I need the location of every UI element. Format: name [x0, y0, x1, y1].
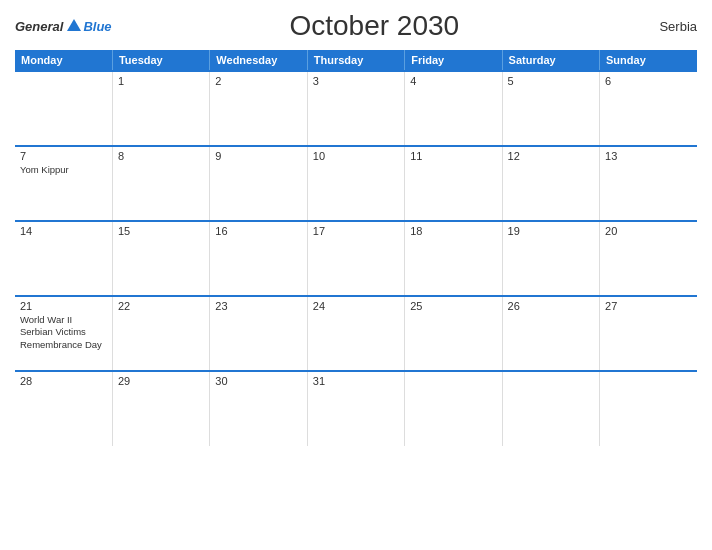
- col-monday: Monday: [15, 50, 112, 71]
- calendar-cell: 27: [600, 296, 697, 371]
- calendar-cell: 22: [112, 296, 209, 371]
- day-number: 11: [410, 150, 496, 162]
- day-number: 30: [215, 375, 301, 387]
- calendar-cell: 28: [15, 371, 112, 446]
- calendar-cell: 26: [502, 296, 599, 371]
- calendar-cell: 1: [112, 71, 209, 146]
- col-sunday: Sunday: [600, 50, 697, 71]
- day-number: 8: [118, 150, 204, 162]
- calendar-cell: 31: [307, 371, 404, 446]
- calendar-cell: 7Yom Kippur: [15, 146, 112, 221]
- page: General Blue October 2030 Serbia Monday …: [0, 0, 712, 550]
- country-label: Serbia: [637, 19, 697, 34]
- calendar-cell: 17: [307, 221, 404, 296]
- day-number: 20: [605, 225, 692, 237]
- calendar-cell: 12: [502, 146, 599, 221]
- calendar-week-row: 123456: [15, 71, 697, 146]
- calendar-cell: 5: [502, 71, 599, 146]
- day-number: 4: [410, 75, 496, 87]
- logo-blue-text: Blue: [83, 19, 111, 34]
- day-number: 5: [508, 75, 594, 87]
- calendar-cell: 18: [405, 221, 502, 296]
- col-thursday: Thursday: [307, 50, 404, 71]
- day-number: 13: [605, 150, 692, 162]
- day-number: 19: [508, 225, 594, 237]
- calendar-cell: [405, 371, 502, 446]
- col-tuesday: Tuesday: [112, 50, 209, 71]
- day-number: 28: [20, 375, 107, 387]
- day-number: 16: [215, 225, 301, 237]
- calendar-cell: 6: [600, 71, 697, 146]
- calendar-cell: 8: [112, 146, 209, 221]
- day-number: 6: [605, 75, 692, 87]
- calendar-cell: 3: [307, 71, 404, 146]
- col-wednesday: Wednesday: [210, 50, 307, 71]
- logo-triangle-icon: [67, 19, 81, 31]
- col-saturday: Saturday: [502, 50, 599, 71]
- calendar-header-row: Monday Tuesday Wednesday Thursday Friday…: [15, 50, 697, 71]
- col-friday: Friday: [405, 50, 502, 71]
- day-number: 12: [508, 150, 594, 162]
- calendar-week-row: 7Yom Kippur8910111213: [15, 146, 697, 221]
- calendar-week-row: 28293031: [15, 371, 697, 446]
- calendar-cell: 19: [502, 221, 599, 296]
- calendar-cell: [502, 371, 599, 446]
- calendar-cell: 2: [210, 71, 307, 146]
- day-number: 7: [20, 150, 107, 162]
- day-number: 27: [605, 300, 692, 312]
- calendar-table: Monday Tuesday Wednesday Thursday Friday…: [15, 50, 697, 446]
- logo: General Blue: [15, 19, 112, 34]
- calendar-cell: 30: [210, 371, 307, 446]
- calendar-cell: 13: [600, 146, 697, 221]
- day-number: 15: [118, 225, 204, 237]
- day-number: 10: [313, 150, 399, 162]
- logo-general-text: General: [15, 19, 63, 34]
- day-number: 26: [508, 300, 594, 312]
- day-number: 14: [20, 225, 107, 237]
- day-number: 18: [410, 225, 496, 237]
- calendar-cell: 14: [15, 221, 112, 296]
- calendar-cell: 10: [307, 146, 404, 221]
- day-number: 31: [313, 375, 399, 387]
- calendar-cell: [15, 71, 112, 146]
- day-number: 3: [313, 75, 399, 87]
- day-number: 23: [215, 300, 301, 312]
- calendar-cell: 9: [210, 146, 307, 221]
- day-number: 29: [118, 375, 204, 387]
- day-number: 9: [215, 150, 301, 162]
- day-number: 22: [118, 300, 204, 312]
- day-number: 2: [215, 75, 301, 87]
- event-label: Yom Kippur: [20, 164, 107, 176]
- calendar-cell: 23: [210, 296, 307, 371]
- calendar-cell: 24: [307, 296, 404, 371]
- calendar-cell: 21World War II Serbian Victims Remembran…: [15, 296, 112, 371]
- calendar-cell: 25: [405, 296, 502, 371]
- calendar-cell: 4: [405, 71, 502, 146]
- event-label: World War II Serbian Victims Remembrance…: [20, 314, 107, 351]
- day-number: 25: [410, 300, 496, 312]
- calendar-cell: 15: [112, 221, 209, 296]
- calendar-title: October 2030: [112, 10, 637, 42]
- day-number: 21: [20, 300, 107, 312]
- calendar-cell: 16: [210, 221, 307, 296]
- calendar-week-row: 14151617181920: [15, 221, 697, 296]
- calendar-cell: 29: [112, 371, 209, 446]
- header: General Blue October 2030 Serbia: [15, 10, 697, 42]
- calendar-week-row: 21World War II Serbian Victims Remembran…: [15, 296, 697, 371]
- calendar-cell: [600, 371, 697, 446]
- calendar-cell: 11: [405, 146, 502, 221]
- day-number: 17: [313, 225, 399, 237]
- day-number: 24: [313, 300, 399, 312]
- calendar-cell: 20: [600, 221, 697, 296]
- day-number: 1: [118, 75, 204, 87]
